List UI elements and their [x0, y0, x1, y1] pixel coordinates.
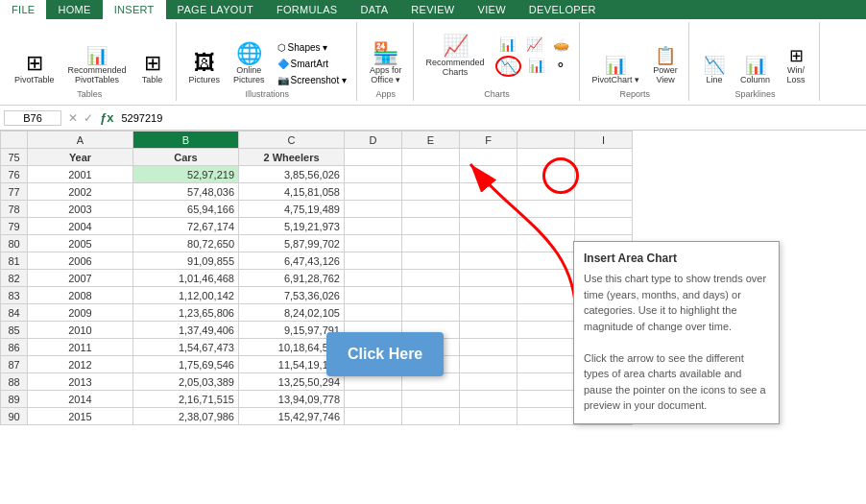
cell-g-86[interactable] [517, 339, 575, 356]
cell-year-87[interactable]: 2012 [28, 356, 133, 373]
cell-cars-77[interactable]: 57,48,036 [133, 183, 239, 201]
cell-year-78[interactable]: 2003 [28, 201, 133, 218]
scatter-chart-button[interactable]: ⚬ [551, 56, 570, 77]
tab-formulas[interactable]: FORMULAS [265, 0, 349, 19]
cell-wheelers-75[interactable]: 2 Wheelers [239, 149, 345, 166]
cell-e-82[interactable] [402, 270, 460, 287]
col-header-d[interactable]: D [345, 132, 402, 149]
cell-f-83[interactable] [460, 287, 517, 304]
formula-input[interactable] [117, 111, 862, 125]
cell-year-85[interactable]: 2010 [28, 322, 133, 339]
winloss-sparkline-button[interactable]: ⊞ Win/Loss [779, 44, 813, 87]
cell-e-90[interactable] [402, 408, 460, 425]
cell-cars-84[interactable]: 1,23,65,806 [133, 304, 239, 322]
tab-home[interactable]: HOME [46, 0, 102, 19]
cell-i-76[interactable] [575, 166, 633, 183]
cell-d-84[interactable] [345, 304, 402, 322]
cell-f-82[interactable] [460, 270, 517, 287]
cell-cars-81[interactable]: 91,09,855 [133, 252, 239, 270]
tab-insert[interactable]: INSERT [103, 0, 166, 19]
cell-d-75[interactable] [345, 149, 402, 166]
cell-year-82[interactable]: 2007 [28, 270, 133, 287]
cell-g-84[interactable] [517, 304, 575, 322]
cell-wheelers-77[interactable]: 4,15,81,058 [239, 183, 345, 201]
cell-e-75[interactable] [402, 149, 460, 166]
cell-f-81[interactable] [460, 252, 517, 270]
col-header-b[interactable]: B [133, 132, 239, 149]
cell-f-85[interactable] [460, 322, 517, 339]
cell-year-76[interactable]: 2001 [28, 166, 133, 183]
line-chart-button[interactable]: 📈 [522, 35, 546, 54]
cell-year-75[interactable]: Year [28, 149, 133, 166]
cell-f-87[interactable] [460, 356, 517, 373]
tab-data[interactable]: DATA [349, 0, 399, 19]
smartart-button[interactable]: 🔷 SmartArt [274, 57, 350, 71]
cell-d-80[interactable] [345, 235, 402, 252]
cell-e-78[interactable] [402, 201, 460, 218]
cell-f-80[interactable] [460, 235, 517, 252]
cell-d-83[interactable] [345, 287, 402, 304]
cell-i-77[interactable] [575, 183, 633, 201]
cell-wheelers-83[interactable]: 7,53,36,026 [239, 287, 345, 304]
tab-file[interactable]: FILE [0, 0, 46, 19]
cell-cars-89[interactable]: 2,16,71,515 [133, 391, 239, 408]
cell-f-78[interactable] [460, 201, 517, 218]
col-header-i[interactable]: I [575, 132, 633, 149]
cell-wheelers-84[interactable]: 8,24,02,105 [239, 304, 345, 322]
cell-e-80[interactable] [402, 235, 460, 252]
cell-cars-78[interactable]: 65,94,166 [133, 201, 239, 218]
cell-d-89[interactable] [345, 391, 402, 408]
cell-year-77[interactable]: 2002 [28, 183, 133, 201]
cell-cars-79[interactable]: 72,67,174 [133, 218, 239, 235]
col-header-c[interactable]: C [239, 132, 345, 149]
cell-year-81[interactable]: 2006 [28, 252, 133, 270]
cell-f-76[interactable] [460, 166, 517, 183]
tab-view[interactable]: VIEW [467, 0, 517, 19]
column-sparkline-button[interactable]: 📊 Column [735, 54, 775, 87]
click-here-button[interactable]: Click Here [326, 332, 444, 376]
cell-i-79[interactable] [575, 218, 633, 235]
cell-year-88[interactable]: 2013 [28, 373, 133, 391]
power-view-button[interactable]: 📋 PowerView [648, 44, 683, 87]
cell-f-75[interactable] [460, 149, 517, 166]
shapes-button[interactable]: ⬡ Shapes ▾ [274, 40, 350, 55]
cell-g-88[interactable] [517, 373, 575, 391]
cell-year-86[interactable]: 2011 [28, 339, 133, 356]
col-header-a[interactable]: A [28, 132, 133, 149]
area-chart-button[interactable]: 📊 [524, 56, 548, 77]
cell-cars-90[interactable]: 2,38,07,986 [133, 408, 239, 425]
cell-year-79[interactable]: 2004 [28, 218, 133, 235]
screenshot-button[interactable]: 📷 Screenshot ▾ [274, 73, 350, 87]
col-header-g[interactable] [517, 132, 575, 149]
cell-year-90[interactable]: 2015 [28, 408, 133, 425]
cell-d-90[interactable] [345, 408, 402, 425]
cell-d-81[interactable] [345, 252, 402, 270]
col-header-e[interactable]: E [402, 132, 460, 149]
cell-f-86[interactable] [460, 339, 517, 356]
apps-for-office-button[interactable]: 🏪 Apps forOffice ▾ [365, 40, 407, 87]
cell-g-79[interactable] [517, 218, 575, 235]
tab-page-layout[interactable]: PAGE LAYOUT [166, 0, 265, 19]
cell-e-89[interactable] [402, 391, 460, 408]
cell-year-89[interactable]: 2014 [28, 391, 133, 408]
pivotchart-button[interactable]: 📊 PivotChart ▾ [588, 54, 645, 87]
cell-f-89[interactable] [460, 391, 517, 408]
cell-e-76[interactable] [402, 166, 460, 183]
cell-d-77[interactable] [345, 183, 402, 201]
line-sparkline-button[interactable]: 📉 Line [697, 54, 732, 87]
cell-f-84[interactable] [460, 304, 517, 322]
cell-cars-87[interactable]: 1,75,69,546 [133, 356, 239, 373]
cell-d-82[interactable] [345, 270, 402, 287]
cell-f-79[interactable] [460, 218, 517, 235]
pivot-table-button[interactable]: ⊞ PivotTable [10, 50, 60, 87]
cell-d-76[interactable] [345, 166, 402, 183]
cell-g-87[interactable] [517, 356, 575, 373]
cell-g-82[interactable] [517, 270, 575, 287]
cell-g-80[interactable] [517, 235, 575, 252]
cell-cars-76[interactable]: 52,97,219 [133, 166, 239, 183]
online-pictures-button[interactable]: 🌐 OnlinePictures [229, 40, 270, 87]
pie-chart-button[interactable]: 🥧 [549, 35, 573, 54]
cell-wheelers-76[interactable]: 3,85,56,026 [239, 166, 345, 183]
cell-g-78[interactable] [517, 201, 575, 218]
cell-year-83[interactable]: 2008 [28, 287, 133, 304]
